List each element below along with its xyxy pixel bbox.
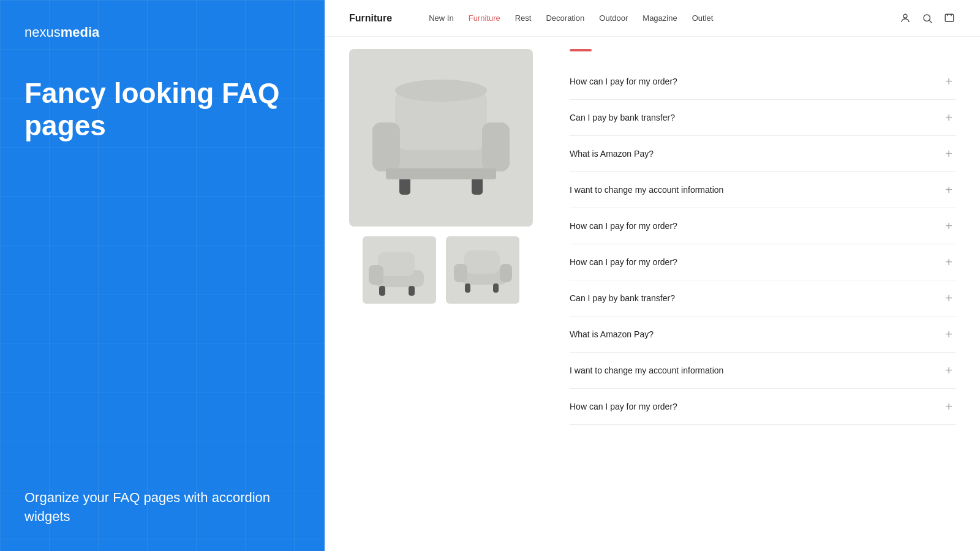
faq-expand-icon-4[interactable]: + xyxy=(942,219,956,233)
svg-rect-21 xyxy=(465,283,470,293)
faq-item-7[interactable]: What is Amazon Pay?+ xyxy=(570,317,956,353)
svg-line-2 xyxy=(929,20,932,23)
faq-item-0[interactable]: How can I pay for my order?+ xyxy=(570,64,956,100)
thumbnail-1[interactable] xyxy=(363,236,436,304)
faq-question-4: How can I pay for my order? xyxy=(570,221,677,231)
faq-expand-icon-9[interactable]: + xyxy=(942,400,956,413)
faq-item-9[interactable]: How can I pay for my order?+ xyxy=(570,389,956,425)
left-panel: nexusmedia Fancy looking FAQ pages Organ… xyxy=(0,0,325,551)
svg-rect-19 xyxy=(454,264,467,282)
cart-icon[interactable] xyxy=(943,12,956,24)
logo: nexusmedia xyxy=(24,24,300,40)
main-product-image xyxy=(349,49,533,227)
faq-accent-bar xyxy=(570,49,592,51)
svg-rect-7 xyxy=(482,122,510,171)
faq-question-2: What is Amazon Pay? xyxy=(570,149,654,159)
nav-link-furniture[interactable]: Furniture xyxy=(469,13,500,23)
faq-item-4[interactable]: How can I pay for my order?+ xyxy=(570,208,956,244)
right-panel: Furniture New InFurnitureRestDecorationO… xyxy=(325,0,980,551)
nav-link-magazine[interactable]: Magazine xyxy=(643,13,677,23)
svg-rect-18 xyxy=(464,250,500,274)
svg-rect-3 xyxy=(945,14,954,21)
nav-links: New InFurnitureRestDecorationOutdoorMaga… xyxy=(429,13,899,23)
subtext: Organize your FAQ pages with accordion w… xyxy=(24,489,300,527)
svg-point-0 xyxy=(903,14,907,18)
svg-rect-20 xyxy=(500,264,512,282)
faq-expand-icon-5[interactable]: + xyxy=(942,255,956,269)
svg-rect-14 xyxy=(369,265,383,285)
faq-item-8[interactable]: I want to change my account information+ xyxy=(570,353,956,389)
svg-rect-16 xyxy=(409,286,415,296)
nav-link-rest[interactable]: Rest xyxy=(515,13,532,23)
logo-light: nexus xyxy=(24,24,61,40)
faq-question-9: How can I pay for my order? xyxy=(570,402,677,411)
nav-icons xyxy=(899,12,956,24)
thumbnail-2[interactable] xyxy=(446,236,519,304)
nav-link-outdoor[interactable]: Outdoor xyxy=(599,13,628,23)
nav-link-decoration[interactable]: Decoration xyxy=(546,13,584,23)
svg-rect-10 xyxy=(386,168,496,179)
navbar: Furniture New InFurnitureRestDecorationO… xyxy=(325,0,980,37)
faq-question-6: Can I pay by bank transfer? xyxy=(570,293,675,303)
faq-expand-icon-8[interactable]: + xyxy=(942,364,956,377)
main-content: How can I pay for my order?+Can I pay by… xyxy=(325,37,980,551)
svg-point-11 xyxy=(395,80,487,102)
nav-logo: Furniture xyxy=(349,13,392,24)
faq-expand-icon-0[interactable]: + xyxy=(942,75,956,88)
thumbnail-row xyxy=(363,236,519,304)
svg-rect-22 xyxy=(493,283,499,293)
faq-question-7: What is Amazon Pay? xyxy=(570,329,654,339)
faq-item-1[interactable]: Can I pay by bank transfer?+ xyxy=(570,100,956,136)
faq-question-8: I want to change my account information xyxy=(570,365,723,375)
faq-expand-icon-6[interactable]: + xyxy=(942,291,956,305)
faq-expand-icon-2[interactable]: + xyxy=(942,147,956,160)
nav-link-outlet[interactable]: Outlet xyxy=(692,13,714,23)
logo-bold: media xyxy=(61,24,100,40)
headline: Fancy looking FAQ pages xyxy=(24,77,300,142)
faq-item-3[interactable]: I want to change my account information+ xyxy=(570,172,956,208)
svg-rect-15 xyxy=(379,286,385,296)
faq-question-3: I want to change my account information xyxy=(570,185,723,195)
faq-section: How can I pay for my order?+Can I pay by… xyxy=(557,37,980,551)
nav-link-new-in[interactable]: New In xyxy=(429,13,453,23)
faq-question-0: How can I pay for my order? xyxy=(570,77,677,86)
faq-question-1: Can I pay by bank transfer? xyxy=(570,113,675,122)
faq-expand-icon-7[interactable]: + xyxy=(942,328,956,341)
svg-point-1 xyxy=(924,15,930,21)
faq-item-2[interactable]: What is Amazon Pay?+ xyxy=(570,136,956,172)
faq-item-6[interactable]: Can I pay by bank transfer?+ xyxy=(570,280,956,317)
faq-item-5[interactable]: How can I pay for my order?+ xyxy=(570,244,956,280)
faq-question-5: How can I pay for my order? xyxy=(570,257,677,267)
product-section xyxy=(325,37,557,551)
user-icon[interactable] xyxy=(899,12,911,24)
search-icon[interactable] xyxy=(921,12,933,24)
svg-rect-6 xyxy=(372,122,400,171)
faq-expand-icon-1[interactable]: + xyxy=(942,111,956,124)
faq-list: How can I pay for my order?+Can I pay by… xyxy=(570,64,956,425)
faq-expand-icon-3[interactable]: + xyxy=(942,183,956,197)
